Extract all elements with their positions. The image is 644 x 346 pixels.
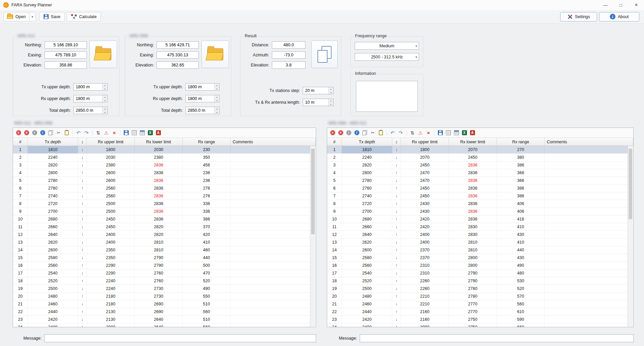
cell[interactable] [545, 223, 628, 231]
cell[interactable]: 24 [13, 324, 28, 327]
cell[interactable] [231, 169, 310, 177]
table-row[interactable]: 122640↑24002830430 [327, 231, 628, 239]
cell[interactable]: 2500 [87, 208, 135, 215]
cell[interactable]: 7 [327, 192, 342, 200]
table-row[interactable]: 132620↓24002810410 [327, 239, 628, 246]
cell[interactable] [231, 300, 310, 308]
cell[interactable]: 490 [183, 285, 231, 292]
cell[interactable]: 530 [497, 277, 545, 285]
cell[interactable]: 3 [327, 161, 342, 169]
table-row[interactable]: 212460↓21802690510 [13, 300, 310, 308]
table-row[interactable]: 22240↓20302380350 [13, 154, 310, 161]
table-row[interactable]: 122640↑24002820420 [13, 231, 310, 239]
cell[interactable]: 9 [13, 208, 28, 215]
cell[interactable] [545, 262, 628, 269]
cell[interactable] [231, 316, 310, 323]
cell[interactable]: 2500 [28, 285, 78, 292]
cell[interactable] [545, 146, 628, 153]
cell[interactable]: ↓ [78, 161, 87, 169]
cell[interactable]: 500 [183, 262, 231, 269]
cell[interactable]: ↓ [392, 254, 401, 261]
col-header-rx-lower[interactable]: Rx lower limit [449, 138, 497, 146]
table-row[interactable]: 62760↑25602836276 [13, 185, 310, 192]
table-row[interactable]: 182520↑22402760520 [13, 277, 310, 285]
cell[interactable] [545, 215, 628, 223]
cell[interactable]: 2500 [342, 285, 392, 292]
cell[interactable]: 2440 [342, 308, 392, 315]
cell[interactable]: 2240 [87, 285, 135, 292]
table-row[interactable]: 172540↓22902760470 [13, 269, 310, 277]
table-row[interactable]: 22240↓20702450380 [327, 154, 628, 161]
cell[interactable]: 276 [183, 192, 231, 200]
minimize-button[interactable]: — [598, 0, 613, 10]
col-header-rx-lower[interactable]: Rx lower limit [135, 138, 183, 146]
cell[interactable]: 24 [327, 324, 342, 327]
left-message-input[interactable] [44, 334, 316, 342]
cell[interactable]: 2730 [135, 285, 183, 292]
maximize-button[interactable]: □ [613, 0, 629, 10]
cell[interactable]: 236 [183, 169, 231, 177]
cell[interactable]: 366 [497, 169, 545, 177]
right-table-scrollbar[interactable] [628, 146, 633, 327]
cell[interactable]: 2440 [28, 308, 78, 315]
cell[interactable]: 2470 [401, 169, 449, 177]
cell[interactable]: 2420 [28, 316, 78, 323]
cell[interactable]: 406 [497, 200, 545, 207]
cell[interactable]: ↑ [78, 324, 87, 327]
cell[interactable]: 2836 [449, 185, 497, 192]
grid-export-button[interactable] [139, 130, 145, 136]
cell[interactable]: 2160 [401, 316, 449, 323]
cell[interactable]: 2740 [342, 192, 392, 200]
cell[interactable]: 2180 [87, 300, 135, 308]
cell[interactable]: 19 [327, 285, 342, 292]
cell[interactable]: 13 [13, 239, 28, 246]
undo-button[interactable]: ↶ [75, 130, 82, 136]
cell[interactable]: 2400 [28, 324, 78, 327]
cell[interactable]: 460 [183, 246, 231, 254]
cell[interactable] [545, 269, 628, 277]
cell[interactable]: ↑ [78, 215, 87, 223]
cell[interactable]: 230 [183, 146, 231, 153]
cell[interactable] [545, 169, 628, 177]
cell[interactable]: 1800 [401, 146, 449, 153]
cell[interactable] [545, 308, 628, 315]
cell[interactable]: ↑ [78, 185, 87, 192]
cell[interactable]: 2836 [449, 177, 497, 184]
cell[interactable]: 2836 [135, 192, 183, 200]
cell[interactable]: 410 [183, 239, 231, 246]
northing-input[interactable] [157, 41, 199, 49]
cell[interactable]: 336 [183, 208, 231, 215]
cell[interactable]: ↓ [392, 208, 401, 215]
cell[interactable]: 2070 [449, 146, 497, 153]
cell[interactable] [545, 300, 628, 308]
cell[interactable]: 2370 [401, 246, 449, 254]
table-row[interactable]: 172540↓23102790480 [327, 269, 628, 277]
cell[interactable]: ↑ [392, 308, 401, 315]
spin-down-icon[interactable]: ▾ [329, 91, 333, 94]
cell[interactable]: 2240 [87, 277, 135, 285]
cell[interactable]: 16 [327, 262, 342, 269]
cell[interactable]: 410 [497, 223, 545, 231]
spinner[interactable]: ▴▾ [328, 87, 333, 94]
cell[interactable]: 2690 [135, 308, 183, 315]
copy-button[interactable] [361, 130, 368, 136]
settings-button[interactable]: Settings [560, 12, 597, 21]
cut-button[interactable]: ✂ [369, 130, 376, 136]
spin-up-icon[interactable]: ▴ [103, 95, 107, 99]
col-header-num[interactable]: # [327, 138, 342, 146]
cell[interactable]: ↓ [78, 316, 87, 323]
cell[interactable] [231, 277, 310, 285]
table-row[interactable]: 32820↓24502836386 [327, 161, 628, 169]
cell[interactable]: 366 [497, 177, 545, 184]
table-row[interactable]: 32820↓23802836456 [13, 161, 310, 169]
cell[interactable]: 2836 [135, 177, 183, 184]
cell[interactable]: 20 [327, 293, 342, 300]
table-row[interactable]: 152580↓23502790440 [13, 254, 310, 262]
cell[interactable]: ↑ [392, 215, 401, 223]
cell[interactable]: 12 [13, 231, 28, 238]
cell[interactable]: 550 [183, 293, 231, 300]
cell[interactable]: 2240 [28, 154, 78, 161]
cell[interactable]: 2836 [449, 192, 497, 200]
table-row[interactable]: 222440↑21302690560 [13, 308, 310, 316]
cell[interactable]: 470 [183, 269, 231, 277]
